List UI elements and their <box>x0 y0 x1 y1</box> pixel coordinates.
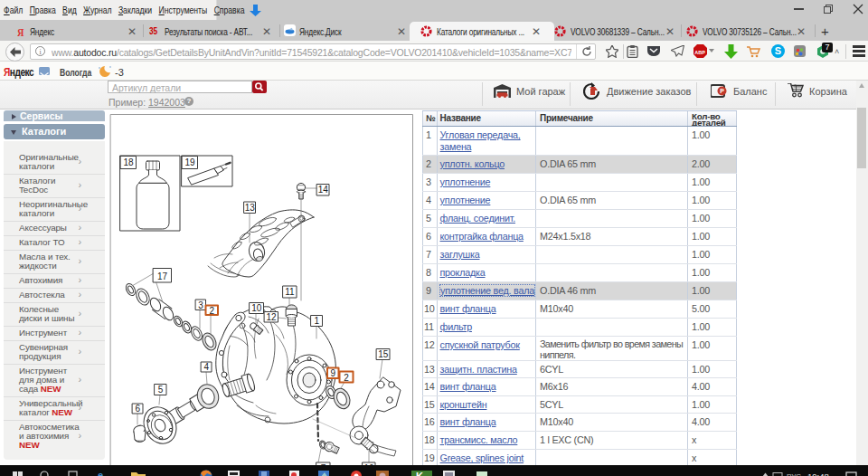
svg-text:15: 15 <box>378 349 389 359</box>
svg-text:12: 12 <box>266 312 277 322</box>
svg-text:19:48: 19:48 <box>807 471 829 476</box>
svg-text:РУС: РУС <box>787 472 801 476</box>
svg-text:14: 14 <box>318 185 329 195</box>
svg-text:17: 17 <box>157 271 168 281</box>
svg-text:4: 4 <box>203 362 209 372</box>
svg-text:9: 9 <box>330 368 335 378</box>
svg-text:19: 19 <box>184 157 195 167</box>
svg-text:6: 6 <box>135 404 140 414</box>
svg-text:2: 2 <box>210 306 215 316</box>
svg-text:11: 11 <box>285 287 295 297</box>
svg-text:18: 18 <box>123 157 134 167</box>
svg-text:1: 1 <box>314 316 319 326</box>
svg-text:10: 10 <box>251 303 262 313</box>
svg-text:K: K <box>416 471 423 476</box>
svg-text:13: 13 <box>245 203 256 213</box>
svg-text:5: 5 <box>158 385 164 395</box>
svg-text:3: 3 <box>198 300 203 310</box>
svg-text:2: 2 <box>344 373 349 383</box>
svg-text:e: e <box>98 470 103 476</box>
